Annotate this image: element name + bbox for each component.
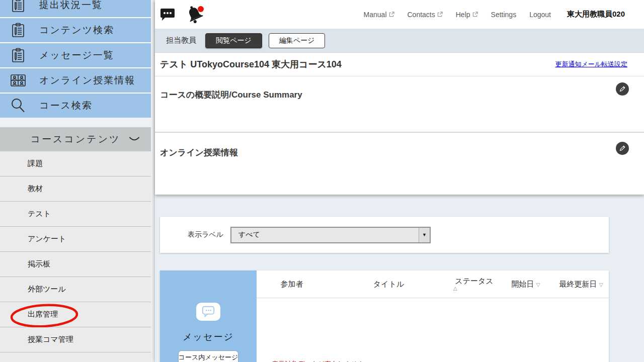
clipped-empty-message: 表示対象データが存在しません	[272, 359, 364, 362]
sidebar-gap	[0, 119, 151, 127]
sidebar-item-label: メッセージ一覧	[39, 49, 114, 62]
column-last-updated-sort[interactable]: 最終更新日 ▽	[553, 280, 609, 289]
tab-edit-page[interactable]: 編集ページ	[269, 33, 326, 48]
select-arrow-icon: ▼	[419, 228, 430, 242]
chat-bubble-icon	[196, 303, 220, 321]
sidebar-item-label: コンテンツ検索	[39, 24, 114, 37]
sidebar-item-materials[interactable]: 教材	[0, 176, 151, 202]
message-table-header-row: 参加者 タイトル ステータス △ 開始日	[257, 270, 609, 298]
section-heading: コースの概要説明/Course Summary	[160, 76, 629, 101]
page-title: テスト UTokyoCourse104 東大用コース104	[160, 58, 342, 70]
sidebar-item-label: 課題	[28, 159, 43, 168]
sidebar-item-message-list[interactable]: メッセージ一覧	[0, 43, 151, 67]
external-link-icon	[437, 12, 443, 17]
lower-content-area: 表示ラベル すべて ▼	[155, 195, 644, 362]
mail-forward-settings-link[interactable]: 更新通知メール転送設定	[555, 60, 627, 69]
sidebar-filler	[0, 352, 151, 362]
online-class-icon	[10, 72, 27, 88]
display-label-caption: 表示ラベル	[188, 230, 223, 239]
column-start-date-sort[interactable]: 開始日 ▽	[498, 280, 553, 289]
column-title: タイトル	[327, 280, 450, 289]
sidebar-item-label: テスト	[28, 209, 51, 219]
chat-icon[interactable]	[160, 8, 175, 21]
sort-desc-icon: ▽	[599, 282, 603, 288]
message-table-panel: メッセージ コース内メッセージ 参加者 タイトル ステータス	[160, 270, 609, 362]
nav-contacts-link[interactable]: Contacts	[408, 11, 443, 19]
clipboard-list-icon	[10, 47, 27, 63]
app-root: 提出状況一覧 コンテンツ検索	[0, 0, 644, 362]
sidebar-item-label: 授業コマ管理	[28, 335, 73, 344]
role-label: 担当教員	[166, 36, 196, 45]
tab-view-page[interactable]: 閲覧ページ	[205, 33, 262, 48]
chevron-down-icon	[129, 136, 140, 142]
section-heading: オンライン授業情報	[160, 133, 629, 158]
nav-settings-link[interactable]: Settings	[491, 11, 517, 19]
course-title-bar: テスト UTokyoCourse104 東大用コース104 更新通知メール転送設…	[155, 53, 644, 76]
select-value: すべて	[231, 230, 419, 239]
section-header-label: コースコンテンツ	[30, 133, 120, 146]
nav-help-link[interactable]: Help	[456, 11, 478, 19]
bell-icon[interactable]	[186, 5, 204, 25]
nav-manual-link[interactable]: Manual	[364, 11, 394, 19]
clipboard-list-icon	[10, 0, 27, 13]
external-link-icon	[389, 12, 394, 17]
tab-bar: 担当教員 閲覧ページ 編集ページ	[155, 29, 644, 53]
display-label-panel: 表示ラベル すべて ▼	[160, 217, 609, 253]
sidebar-top-menu: 提出状況一覧 コンテンツ検索	[0, 0, 151, 118]
column-participants: 参加者	[257, 280, 327, 289]
sidebar-item-course-search[interactable]: コース検索	[0, 94, 151, 118]
sidebar-section-course-contents[interactable]: コースコンテンツ	[0, 127, 151, 151]
sidebar: 提出状況一覧 コンテンツ検索	[0, 0, 151, 362]
header-icons	[160, 5, 204, 25]
nav-logout-link[interactable]: Logout	[529, 11, 551, 19]
notification-dot	[198, 6, 204, 12]
external-link-icon	[472, 12, 478, 17]
sidebar-item-attendance[interactable]: 出席管理	[0, 302, 151, 327]
sidebar-item-bulletin-board[interactable]: 掲示板	[0, 252, 151, 277]
sidebar-item-content-search[interactable]: コンテンツ検索	[0, 18, 151, 42]
sidebar-item-label: 出席管理	[28, 310, 58, 319]
message-category-cell: メッセージ コース内メッセージ	[160, 270, 257, 362]
sidebar-item-class-slot-management[interactable]: 授業コマ管理	[0, 327, 151, 352]
online-class-info-section: オンライン授業情報	[155, 133, 644, 195]
sidebar-item-external-tools[interactable]: 外部ツール	[0, 277, 151, 302]
top-content-block: Manual Contacts Help Settings Logout 東大用…	[155, 0, 644, 195]
message-category-label: メッセージ	[183, 331, 234, 343]
sidebar-item-tests[interactable]: テスト	[0, 202, 151, 227]
sidebar-item-label: アンケート	[28, 234, 66, 244]
sidebar-item-label: 提出状況一覧	[39, 0, 103, 12]
edit-pencil-button[interactable]	[616, 142, 629, 155]
sidebar-item-label: 教材	[28, 184, 43, 194]
header-nav: Manual Contacts Help Settings Logout 東大用…	[364, 10, 625, 19]
sort-asc-icon: △	[453, 286, 457, 292]
message-table-body: 参加者 タイトル ステータス △ 開始日	[257, 270, 609, 362]
username-label: 東大用教職員020	[567, 10, 625, 19]
course-message-button[interactable]: コース内メッセージ	[178, 350, 238, 362]
edit-pencil-button[interactable]	[616, 82, 629, 96]
clipboard-list-icon	[10, 22, 27, 38]
sidebar-item-label: 掲示板	[28, 259, 50, 269]
column-status-sort[interactable]: ステータス △	[450, 277, 498, 292]
display-label-select[interactable]: すべて ▼	[230, 227, 431, 243]
sidebar-item-label: 外部ツール	[28, 285, 66, 294]
sidebar-item-label: オンライン授業情報	[39, 74, 135, 87]
sidebar-item-surveys[interactable]: アンケート	[0, 227, 151, 252]
sidebar-item-label: コース検索	[39, 99, 93, 112]
app-header: Manual Contacts Help Settings Logout 東大用…	[155, 0, 644, 29]
sort-desc-icon: ▽	[536, 282, 540, 288]
sidebar-item-submission-status[interactable]: 提出状況一覧	[0, 0, 151, 17]
course-summary-section: コースの概要説明/Course Summary	[155, 76, 644, 132]
main-area: Manual Contacts Help Settings Logout 東大用…	[155, 0, 644, 362]
sidebar-item-online-class-info[interactable]: オンライン授業情報	[0, 68, 151, 93]
search-icon	[10, 98, 27, 114]
sidebar-item-assignments[interactable]: 課題	[0, 151, 151, 176]
